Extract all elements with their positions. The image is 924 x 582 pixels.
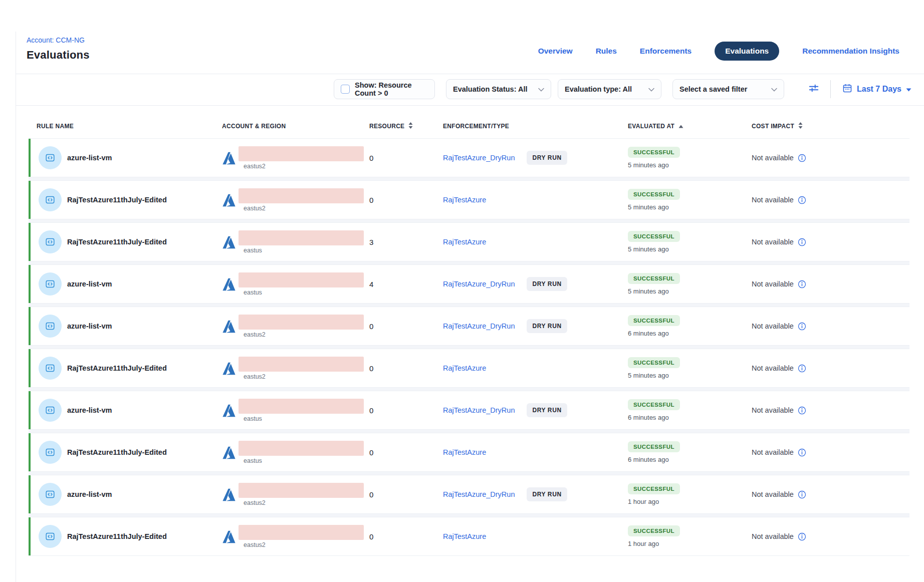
- region-label: eastus2: [244, 499, 364, 506]
- info-icon[interactable]: [798, 196, 806, 204]
- status-badge: SUCCESSFUL: [628, 315, 680, 326]
- evaluation-type-value: Evaluation type: All: [565, 85, 632, 93]
- sort-asc-icon: [678, 123, 683, 130]
- rule-name: azure-list-vm: [67, 280, 112, 288]
- tab-enforcements[interactable]: Enforcements: [640, 47, 691, 56]
- tab-recommendation-insights[interactable]: Recommendation Insights: [802, 47, 899, 56]
- enforcement-link[interactable]: RajTestAzure: [443, 448, 486, 456]
- info-icon[interactable]: [798, 490, 806, 499]
- resource-count: 3: [369, 238, 373, 246]
- breadcrumb-account-link[interactable]: Account: CCM-NG: [27, 36, 90, 44]
- evaluated-time: 5 minutes ago: [628, 287, 669, 295]
- rule-name: RajTestAzure11thJuly-Edited: [67, 532, 167, 540]
- info-icon[interactable]: [798, 364, 806, 373]
- account-region-cell: eastus: [239, 399, 364, 422]
- show-resource-count-filter[interactable]: Show: Resource Count > 0: [334, 79, 435, 99]
- enforcement-link[interactable]: RajTestAzure_DryRun: [443, 322, 515, 330]
- region-label: eastus2: [244, 541, 364, 548]
- account-region-cell: eastus2: [239, 483, 364, 506]
- region-label: eastus: [244, 415, 364, 422]
- resource-count: 0: [369, 532, 373, 541]
- resource-count: 0: [369, 406, 373, 415]
- info-icon[interactable]: [798, 532, 806, 541]
- tab-evaluations-active[interactable]: Evaluations: [715, 42, 779, 61]
- table-row[interactable]: RajTestAzure11thJuly-Edited eastus2 0 Ra…: [29, 517, 909, 556]
- status-badge: SUCCESSFUL: [628, 357, 680, 368]
- cost-impact-value: Not available: [752, 322, 794, 330]
- info-icon[interactable]: [798, 406, 806, 415]
- enforcement-link[interactable]: RajTestAzure_DryRun: [443, 280, 515, 288]
- table-row[interactable]: RajTestAzure11thJuly-Edited eastus 3 Raj…: [29, 222, 909, 261]
- status-badge: SUCCESSFUL: [628, 231, 680, 242]
- enforcement-link[interactable]: RajTestAzure: [443, 364, 486, 372]
- info-icon[interactable]: [798, 322, 806, 331]
- column-header-evaluated-at[interactable]: EVALUATED AT: [628, 123, 752, 130]
- page-header: Account: CCM-NG Evaluations: [27, 36, 90, 62]
- column-header-enforcement-type: ENFORCEMENT/TYPE: [443, 123, 628, 130]
- enforcement-link[interactable]: RajTestAzure_DryRun: [443, 490, 515, 498]
- info-icon[interactable]: [798, 238, 806, 246]
- filter-bar-divider: [830, 80, 831, 98]
- status-badge: SUCCESSFUL: [628, 147, 680, 158]
- tab-overview[interactable]: Overview: [538, 47, 573, 56]
- resource-count: 0: [369, 154, 373, 162]
- rule-icon: [39, 272, 62, 296]
- dry-run-badge: DRY RUN: [527, 403, 567, 417]
- table-row[interactable]: azure-list-vm eastus2 0 RajTestAzure_Dry…: [29, 475, 909, 514]
- azure-icon: [222, 404, 236, 418]
- cost-impact-value: Not available: [752, 448, 794, 456]
- sliders-icon: [808, 83, 819, 96]
- table-header: RULE NAME ACCOUNT & REGION RESOURCE ENFO…: [29, 116, 909, 136]
- redacted-account-name: [239, 146, 364, 161]
- cost-impact-value: Not available: [752, 490, 794, 498]
- saved-filter-dropdown[interactable]: Select a saved filter: [672, 79, 784, 99]
- tab-rules[interactable]: Rules: [596, 47, 617, 56]
- status-badge: SUCCESSFUL: [628, 399, 680, 410]
- azure-icon: [222, 235, 236, 249]
- rule-name: RajTestAzure11thJuly-Edited: [67, 364, 167, 372]
- enforcement-link[interactable]: RajTestAzure_DryRun: [443, 154, 515, 162]
- rule-name: RajTestAzure11thJuly-Edited: [67, 238, 167, 246]
- dry-run-badge: DRY RUN: [527, 151, 567, 165]
- cost-impact-value: Not available: [752, 238, 794, 246]
- date-range-picker[interactable]: Last 7 Days: [842, 83, 911, 95]
- table-row[interactable]: azure-list-vm eastus2 0 RajTestAzure_Dry…: [29, 307, 909, 346]
- evaluation-status-dropdown[interactable]: Evaluation Status: All: [446, 79, 551, 99]
- azure-icon: [222, 530, 236, 544]
- enforcement-link[interactable]: RajTestAzure: [443, 238, 486, 246]
- resource-count: 0: [369, 322, 373, 331]
- column-header-cost-impact[interactable]: COST IMPACT: [752, 122, 909, 130]
- table-row[interactable]: azure-list-vm eastus 0 RajTestAzure_DryR…: [29, 391, 909, 430]
- top-nav: Overview Rules Enforcements Evaluations …: [538, 42, 899, 61]
- resource-count-checkbox[interactable]: [341, 85, 350, 94]
- rule-icon: [39, 441, 62, 464]
- rule-icon: [39, 188, 62, 211]
- info-icon[interactable]: [798, 280, 806, 288]
- evaluated-time: 6 minutes ago: [628, 456, 669, 463]
- table-row[interactable]: RajTestAzure11thJuly-Edited eastus2 0 Ra…: [29, 180, 909, 219]
- table-row[interactable]: RajTestAzure11thJuly-Edited eastus2 0 Ra…: [29, 349, 909, 388]
- chevron-down-icon: [538, 85, 544, 93]
- cost-impact-value: Not available: [752, 532, 794, 540]
- row-status-accent: [29, 475, 31, 513]
- page-title: Evaluations: [27, 49, 90, 62]
- table-row[interactable]: RajTestAzure11thJuly-Edited eastus 0 Raj…: [29, 433, 909, 472]
- enforcement-link[interactable]: RajTestAzure: [443, 532, 486, 540]
- evaluation-type-dropdown[interactable]: Evaluation type: All: [558, 79, 661, 99]
- enforcement-link[interactable]: RajTestAzure_DryRun: [443, 406, 515, 414]
- enforcement-link[interactable]: RajTestAzure: [443, 196, 486, 204]
- redacted-account-name: [239, 315, 364, 330]
- table-row[interactable]: azure-list-vm eastus 4 RajTestAzure_DryR…: [29, 264, 909, 304]
- filter-settings-button[interactable]: [808, 83, 819, 96]
- table-row[interactable]: azure-list-vm eastus2 0 RajTestAzure_Dry…: [29, 138, 909, 177]
- rule-icon: [39, 315, 62, 338]
- table-body: azure-list-vm eastus2 0 RajTestAzure_Dry…: [29, 138, 909, 556]
- evaluations-page: Account: CCM-NG Evaluations Overview Rul…: [0, 0, 924, 582]
- info-icon[interactable]: [798, 154, 806, 162]
- account-region-cell: eastus2: [239, 357, 364, 380]
- info-icon[interactable]: [798, 448, 806, 457]
- column-header-resource[interactable]: RESOURCE: [369, 122, 443, 130]
- rule-name: RajTestAzure11thJuly-Edited: [67, 196, 167, 204]
- row-status-accent: [29, 139, 31, 177]
- account-region-cell: eastus: [239, 272, 364, 296]
